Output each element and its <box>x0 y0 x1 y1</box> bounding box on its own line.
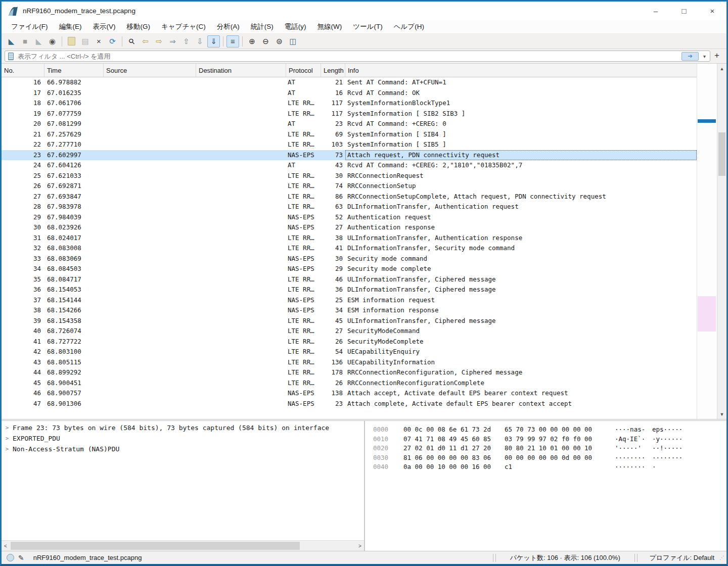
go-forward-icon[interactable]: ⇨ <box>153 35 165 48</box>
intelligent-scrollbar-minimap[interactable] <box>697 64 717 419</box>
go-to-bottom-icon[interactable]: ⇩ <box>194 35 206 48</box>
capture-comment-icon[interactable]: ✎ <box>18 554 24 562</box>
hex-row-0040[interactable]: 00400a 00 00 10 00 00 16 00c1········· <box>373 462 726 472</box>
menu-statistics[interactable]: 統計(S) <box>245 21 279 33</box>
packet-row-28[interactable]: 2867.983978LTE RR…63DLInformationTransfe… <box>2 202 697 212</box>
menu-wireless[interactable]: 無線(W) <box>312 21 348 33</box>
column-header-info[interactable]: Info <box>345 64 697 77</box>
display-filter-input[interactable] <box>17 52 681 61</box>
packet-row-29[interactable]: 2967.984039NAS-EPS52Authentication reque… <box>2 212 697 223</box>
column-header-destination[interactable]: Destination <box>196 64 286 77</box>
go-back-icon[interactable]: ⇦ <box>139 35 152 48</box>
detail-row-1[interactable]: >EXPORTED_PDU <box>2 433 364 444</box>
zoom-in-icon[interactable]: ⊕ <box>246 35 258 48</box>
go-to-top-icon[interactable]: ⇧ <box>180 35 193 48</box>
packet-row-27[interactable]: 2767.693847LTE RR…86RRCConnectionSetupCo… <box>2 192 697 202</box>
display-filter-box[interactable]: ➜ ▾ <box>5 51 710 62</box>
packet-row-39[interactable]: 3968.154358LTE RR…45ULInformationTransfe… <box>2 316 697 326</box>
column-header-source[interactable]: Source <box>104 64 196 77</box>
hex-row-0010[interactable]: 001007 41 71 08 49 45 60 8503 79 99 97 0… <box>373 435 726 444</box>
menu-edit[interactable]: 編集(E) <box>54 21 87 33</box>
vertical-scrollbar[interactable]: ▲ ▼ <box>717 64 726 419</box>
packet-row-45[interactable]: 4568.900451LTE RR…26RRCConnectionReconfi… <box>2 378 697 389</box>
packet-row-44[interactable]: 4468.899292LTE RR…178RRCConnectionReconf… <box>2 367 697 378</box>
packet-row-37[interactable]: 3768.154144NAS-EPS25ESM information requ… <box>2 295 697 306</box>
packet-row-31[interactable]: 3168.024017LTE RR…38ULInformationTransfe… <box>2 233 697 244</box>
menu-go[interactable]: 移動(G) <box>121 21 156 33</box>
expander-icon[interactable]: > <box>4 446 11 452</box>
hex-row-0000[interactable]: 000000 0c 00 08 6e 61 73 2d65 70 73 00 0… <box>373 425 726 435</box>
column-header-no[interactable]: No. <box>2 64 44 77</box>
packet-row-19[interactable]: 1967.077759LTE RR…117SystemInformation [… <box>2 109 697 119</box>
scroll-up-icon[interactable]: ▲ <box>717 64 726 73</box>
packet-row-35[interactable]: 3568.084717LTE RR…46ULInformationTransfe… <box>2 274 697 285</box>
packet-row-18[interactable]: 1867.061706LTE RR…117SystemInformationBl… <box>2 98 697 109</box>
minimize-button[interactable]: – <box>642 2 670 20</box>
bookmark-icon[interactable] <box>8 53 14 60</box>
column-header-protocol[interactable]: Protocol <box>286 64 321 77</box>
go-to-packet-icon[interactable]: ⇒ <box>166 35 179 48</box>
packet-row-40[interactable]: 4068.726074LTE RR…27SecurityModeCommand <box>2 326 697 337</box>
packet-row-23[interactable]: 2367.602997NAS-EPS73Attach request, PDN … <box>2 150 697 161</box>
menu-view[interactable]: 表示(V) <box>87 21 121 33</box>
close-button[interactable]: × <box>698 2 726 20</box>
maximize-button[interactable]: □ <box>670 2 698 20</box>
packet-row-16[interactable]: 1666.978882AT21Sent AT Command: AT+CFUN=… <box>2 77 697 88</box>
packet-row-17[interactable]: 1767.016235AT16Rcvd AT Command: OK <box>2 88 697 99</box>
packet-row-43[interactable]: 4368.805115LTE RR…136UECapabilityInforma… <box>2 357 697 368</box>
reload-file-icon[interactable]: ⟳ <box>106 35 119 48</box>
expert-info-icon[interactable] <box>7 554 14 561</box>
capture-options-icon[interactable]: ◉ <box>46 35 59 48</box>
packet-row-41[interactable]: 4168.727722LTE RR…26SecurityModeComplete <box>2 337 697 347</box>
packet-row-47[interactable]: 4768.901306NAS-EPS23Attach complete, Act… <box>2 399 697 409</box>
auto-scroll-icon[interactable]: ⇓ <box>207 35 220 48</box>
close-file-icon[interactable]: × <box>93 35 105 48</box>
detail-row-2[interactable]: >Non-Access-Stratum (NAS)PDU <box>2 444 364 454</box>
hex-row-0030[interactable]: 003081 06 00 00 00 00 83 0600 00 00 00 0… <box>373 453 726 463</box>
resize-grip[interactable]: ⋰ <box>719 555 726 560</box>
apply-filter-button[interactable]: ➜ <box>681 52 699 61</box>
start-capture-icon[interactable]: ◣ <box>5 35 18 48</box>
menu-file[interactable]: ファイル(F) <box>6 21 54 33</box>
menu-capture[interactable]: キャプチャ(C) <box>156 21 211 33</box>
scroll-right-icon[interactable]: > <box>356 541 364 551</box>
packet-row-22[interactable]: 2267.277710LTE RR…103SystemInformation [… <box>2 139 697 150</box>
menu-analyze[interactable]: 分析(A) <box>211 21 245 33</box>
resize-columns-icon[interactable]: ◫ <box>287 35 299 48</box>
column-header-time[interactable]: Time <box>44 64 104 77</box>
packet-row-20[interactable]: 2067.081299AT23Rcvd AT Command: +CEREG: … <box>2 119 697 129</box>
filter-dropdown-caret-icon[interactable]: ▾ <box>701 54 708 59</box>
packet-row-46[interactable]: 4668.900757NAS-EPS138Attach accept, Acti… <box>2 388 697 399</box>
packet-row-34[interactable]: 3468.084503NAS-EPS29Security mode comple… <box>2 264 697 274</box>
packet-row-26[interactable]: 2667.692871LTE RR…74RRCConnectionSetup <box>2 181 697 192</box>
vertical-scroll-thumb[interactable] <box>718 132 725 176</box>
zoom-reset-icon[interactable]: ⊜ <box>273 35 286 48</box>
packet-row-38[interactable]: 3868.154266NAS-EPS34ESM information resp… <box>2 305 697 316</box>
packet-row-30[interactable]: 3068.023926NAS-EPS27Authentication respo… <box>2 222 697 233</box>
restart-capture-icon[interactable]: ◣ <box>32 35 45 48</box>
menu-help[interactable]: ヘルプ(H) <box>388 21 430 33</box>
column-header-length[interactable]: Length <box>321 64 345 77</box>
scroll-down-icon[interactable]: ▼ <box>717 410 726 418</box>
zoom-out-icon[interactable]: ⊖ <box>259 35 272 48</box>
hex-row-0020[interactable]: 002027 02 01 d0 11 d1 27 2080 80 21 10 0… <box>373 444 726 453</box>
menu-telephony[interactable]: 電話(y) <box>279 21 312 33</box>
colorize-icon[interactable]: ≡ <box>226 35 239 48</box>
scroll-left-icon[interactable]: < <box>2 541 10 551</box>
expander-icon[interactable]: > <box>4 424 11 431</box>
packet-row-21[interactable]: 2167.257629LTE RR…69SystemInformation [ … <box>2 129 697 140</box>
packet-row-36[interactable]: 3668.154053LTE RR…36DLInformationTransfe… <box>2 285 697 295</box>
stop-capture-icon[interactable]: ■ <box>19 35 31 48</box>
expander-icon[interactable]: > <box>4 435 11 442</box>
packet-row-33[interactable]: 3368.083069NAS-EPS30Security mode comman… <box>2 254 697 264</box>
find-packet-icon[interactable]: ⚲ <box>125 35 138 48</box>
detail-row-0[interactable]: >Frame 23: 73 bytes on wire (584 bits), … <box>2 422 364 433</box>
horizontal-scrollbar[interactable]: < > <box>2 540 364 551</box>
packet-row-24[interactable]: 2467.604126AT43Rcvd AT Command: +CEREG: … <box>2 160 697 171</box>
open-file-icon[interactable] <box>65 35 78 48</box>
packet-row-25[interactable]: 2567.621033LTE RR…30RRCConnectionRequest <box>2 171 697 181</box>
packet-row-32[interactable]: 3268.083008LTE RR…41DLInformationTransfe… <box>2 243 697 254</box>
menu-tools[interactable]: ツール(T) <box>347 21 388 33</box>
horizontal-scroll-thumb[interactable] <box>11 542 300 550</box>
save-file-icon[interactable]: ▤ <box>79 35 92 48</box>
